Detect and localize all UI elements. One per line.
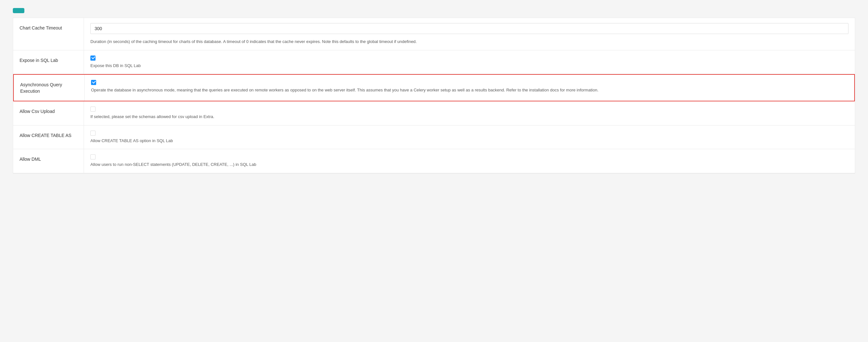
checkbox-allow-csv-upload[interactable] <box>90 107 95 112</box>
description-allow-csv-upload: If selected, please set the schemas allo… <box>90 114 848 120</box>
form-content-allow-csv-upload: If selected, please set the schemas allo… <box>84 102 855 125</box>
form-label-allow-create-table-as: Allow CREATE TABLE AS <box>13 125 84 149</box>
form-row-chart-cache-timeout: Chart Cache TimeoutDuration (in seconds)… <box>13 18 855 50</box>
description-expose-in-sql-lab: Expose this DB in SQL Lab <box>90 62 848 69</box>
checkbox-wrapper-allow-dml <box>90 154 848 160</box>
top-bar <box>13 3 855 17</box>
checkbox-allow-create-table-as[interactable] <box>90 131 95 136</box>
page-container: Chart Cache TimeoutDuration (in seconds)… <box>0 0 868 174</box>
form-content-allow-create-table-as: Allow CREATE TABLE AS option in SQL Lab <box>84 125 855 149</box>
form-label-async-query-execution: Asynchronous Query Execution <box>14 75 84 101</box>
input-chart-cache-timeout[interactable] <box>90 23 848 34</box>
checkbox-wrapper-allow-create-table-as <box>90 131 848 136</box>
form-content-expose-in-sql-lab: Expose this DB in SQL Lab <box>84 50 855 74</box>
form-row-allow-create-table-as: Allow CREATE TABLE ASAllow CREATE TABLE … <box>13 125 855 149</box>
checkbox-wrapper-allow-csv-upload <box>90 107 848 112</box>
form-row-async-query-execution: Asynchronous Query ExecutionOperate the … <box>13 74 855 102</box>
form-content-async-query-execution: Operate the database in asynchronous mod… <box>84 75 854 101</box>
form-label-chart-cache-timeout: Chart Cache Timeout <box>13 18 84 50</box>
form-label-allow-dml: Allow DML <box>13 149 84 173</box>
checkbox-wrapper-async-query-execution <box>91 80 848 85</box>
form-table: Chart Cache TimeoutDuration (in seconds)… <box>13 18 855 174</box>
form-content-chart-cache-timeout: Duration (in seconds) of the caching tim… <box>84 18 855 50</box>
form-row-allow-dml: Allow DMLAllow users to run non-SELECT s… <box>13 149 855 173</box>
form-content-allow-dml: Allow users to run non-SELECT statements… <box>84 149 855 173</box>
form-label-expose-in-sql-lab: Expose in SQL Lab <box>13 50 84 74</box>
description-async-query-execution: Operate the database in asynchronous mod… <box>91 87 848 93</box>
description-allow-dml: Allow users to run non-SELECT statements… <box>90 161 848 168</box>
test-connection-button[interactable] <box>13 8 24 13</box>
form-label-allow-csv-upload: Allow Csv Upload <box>13 102 84 125</box>
checkbox-expose-in-sql-lab[interactable] <box>90 56 95 61</box>
description-chart-cache-timeout: Duration (in seconds) of the caching tim… <box>90 38 848 45</box>
description-allow-create-table-as: Allow CREATE TABLE AS option in SQL Lab <box>90 138 848 144</box>
form-row-expose-in-sql-lab: Expose in SQL LabExpose this DB in SQL L… <box>13 50 855 75</box>
form-row-allow-csv-upload: Allow Csv UploadIf selected, please set … <box>13 102 855 125</box>
checkbox-async-query-execution[interactable] <box>91 80 96 85</box>
checkbox-wrapper-expose-in-sql-lab <box>90 56 848 61</box>
checkbox-allow-dml[interactable] <box>90 154 95 160</box>
